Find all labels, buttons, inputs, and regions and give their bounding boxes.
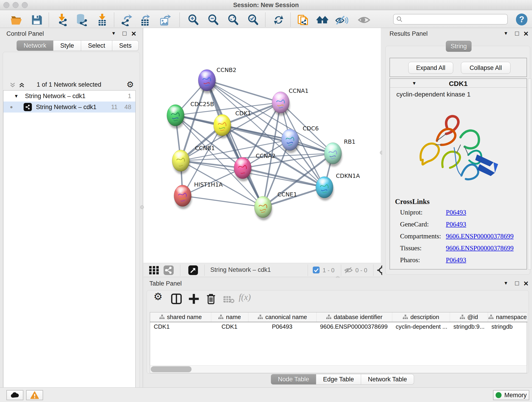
add-column-icon[interactable]	[188, 293, 199, 305]
help-button[interactable]: ?	[516, 13, 527, 26]
column-header-shared-name[interactable]: shared name	[150, 313, 211, 322]
table-options-gear-icon[interactable]: ⚙	[153, 291, 162, 302]
crosslink-link[interactable]: P06493	[446, 256, 466, 264]
tree-expander-icon[interactable]: ▼	[14, 94, 19, 99]
network-node-HIST1H1A[interactable]	[174, 185, 192, 209]
network-node-CCNB1[interactable]	[172, 150, 190, 174]
column-header-description[interactable]: description	[392, 313, 450, 322]
cloud-button[interactable]	[6, 390, 23, 400]
export-table-icon[interactable]	[139, 13, 152, 26]
network-edge[interactable]	[207, 80, 281, 102]
zoom-in-icon[interactable]	[187, 13, 200, 26]
network-view-icon[interactable]	[164, 265, 174, 276]
tab-node-table[interactable]: Node Table	[271, 374, 316, 385]
network-options-gear-icon[interactable]: ⚙	[127, 80, 134, 89]
panel-close-icon[interactable]: ✕	[131, 30, 136, 38]
network-edge[interactable]	[183, 196, 263, 207]
panel-menu-icon[interactable]: ▼	[504, 281, 508, 286]
network-node-CDC6[interactable]	[281, 129, 299, 153]
panel-float-icon[interactable]: □	[515, 280, 519, 287]
column-header-canonical-name[interactable]: canonical name	[248, 313, 317, 322]
export-image-icon[interactable]	[159, 13, 172, 26]
warnings-button[interactable]	[26, 390, 43, 400]
table-cell[interactable]: stringdb	[488, 322, 527, 331]
open-session-icon[interactable]	[10, 13, 23, 26]
network-node-CDC25B[interactable]	[167, 104, 185, 128]
tab-select[interactable]: Select	[81, 40, 112, 51]
scrollbar-thumb[interactable]	[151, 366, 191, 372]
crosslink-link[interactable]: P06493	[446, 220, 466, 228]
panel-close-icon[interactable]: ✕	[523, 30, 529, 38]
table-horizontal-scrollbar[interactable]	[150, 365, 527, 373]
show-columns-icon[interactable]	[171, 293, 182, 305]
expand-all-icon[interactable]	[18, 82, 25, 89]
search-box[interactable]	[393, 14, 508, 25]
tab-string[interactable]: String	[446, 41, 472, 52]
zoom-out-icon[interactable]	[207, 13, 220, 26]
selected-checkbox-icon[interactable]	[312, 266, 320, 274]
results-scrollbar[interactable]	[528, 78, 531, 269]
table-cell[interactable]: cyclin-dependent ...	[392, 322, 450, 331]
crosslink-link[interactable]: 9606.ENSP00000378699	[446, 232, 514, 240]
network-node-CCNA2[interactable]	[234, 157, 252, 181]
column-header-name[interactable]: name	[211, 313, 248, 322]
table-cell[interactable]: 9606.ENSP00000378699	[317, 322, 392, 331]
delete-column-icon[interactable]	[206, 293, 216, 306]
table-cell[interactable]: CDK1	[150, 322, 211, 331]
import-network-file-icon[interactable]	[56, 13, 69, 26]
panel-float-icon[interactable]: □	[123, 30, 127, 37]
import-table-icon[interactable]	[96, 13, 109, 26]
import-network-database-icon[interactable]	[75, 13, 88, 26]
panel-menu-icon[interactable]: ▼	[111, 31, 116, 36]
network-graph[interactable]: CCNB2CCNA1CDC25BCDK1CDC6RB1CCNB1CCNA2CDK…	[143, 28, 381, 263]
column-header-@id[interactable]: @id	[450, 313, 488, 322]
toolbar-separator	[49, 13, 49, 27]
export-network-icon[interactable]	[120, 13, 133, 26]
collapse-entry-icon[interactable]: ▼	[412, 81, 417, 86]
network-node-CCNE1[interactable]	[254, 196, 272, 220]
network-canvas[interactable]: CCNB2CCNA1CDC25BCDK1CDC6RB1CCNB1CCNA2CDK…	[143, 28, 381, 263]
crosslink-link[interactable]: 9606.ENSP00000378699	[446, 244, 514, 252]
zoom-selected-icon[interactable]	[247, 13, 260, 26]
network-edge[interactable]	[207, 80, 263, 207]
tab-network[interactable]: Network	[17, 40, 53, 51]
zoom-fit-icon[interactable]	[227, 13, 240, 26]
collapse-all-button[interactable]: Collapse All	[461, 62, 510, 74]
network-node-RB1[interactable]	[324, 143, 342, 167]
tab-sets[interactable]: Sets	[112, 40, 139, 51]
column-header-database-identifier[interactable]: database identifier	[317, 313, 392, 322]
tab-style[interactable]: Style	[53, 40, 81, 51]
network-collection-row[interactable]: ▼ String Network – cdk1 1	[3, 90, 135, 102]
panel-close-icon[interactable]: ✕	[523, 280, 529, 287]
network-node-CCNB2[interactable]	[198, 70, 216, 94]
crosslink-link[interactable]: P06493	[446, 209, 466, 216]
column-header-namespace[interactable]: namespace	[488, 313, 527, 322]
collapse-all-icon[interactable]	[9, 82, 16, 89]
search-input[interactable]	[403, 16, 502, 23]
expand-all-button[interactable]: Expand All	[408, 62, 453, 74]
table-row[interactable]: CDK1CDK1P064939606.ENSP00000378699cyclin…	[150, 322, 527, 331]
tab-network-table[interactable]: Network Table	[361, 374, 414, 385]
copy-network-icon[interactable]	[297, 13, 310, 26]
left-splitter-handle[interactable]	[140, 205, 144, 209]
crosslink-label: Uniprot:	[400, 209, 423, 216]
node-table[interactable]: shared namenamecanonical namedatabase id…	[150, 312, 527, 365]
table-cell[interactable]: CDK1	[211, 322, 248, 331]
panel-menu-icon[interactable]: ▼	[504, 31, 508, 36]
tab-edge-table[interactable]: Edge Table	[316, 374, 361, 385]
network-node-CDKN1A[interactable]	[316, 177, 334, 201]
refresh-layout-icon[interactable]	[272, 13, 285, 26]
network-row-selected[interactable]: ● String Network – cdk1 11 48	[3, 102, 135, 113]
hide-unhide-icon[interactable]	[336, 13, 348, 26]
homes-icon[interactable]	[316, 13, 329, 26]
birds-eye-view-icon[interactable]	[188, 265, 198, 276]
table-cell[interactable]: P06493	[248, 322, 317, 331]
hidden-eye-icon[interactable]	[344, 267, 353, 274]
panel-float-icon[interactable]: □	[515, 30, 519, 37]
network-edge[interactable]	[181, 161, 243, 168]
table-cell[interactable]: stringdb:9...	[450, 322, 488, 331]
memory-button[interactable]: Memory	[493, 390, 529, 400]
gene-header[interactable]: ▼ CDK1	[390, 79, 526, 88]
grid-view-icon[interactable]	[149, 265, 159, 276]
save-session-icon[interactable]	[30, 13, 43, 26]
